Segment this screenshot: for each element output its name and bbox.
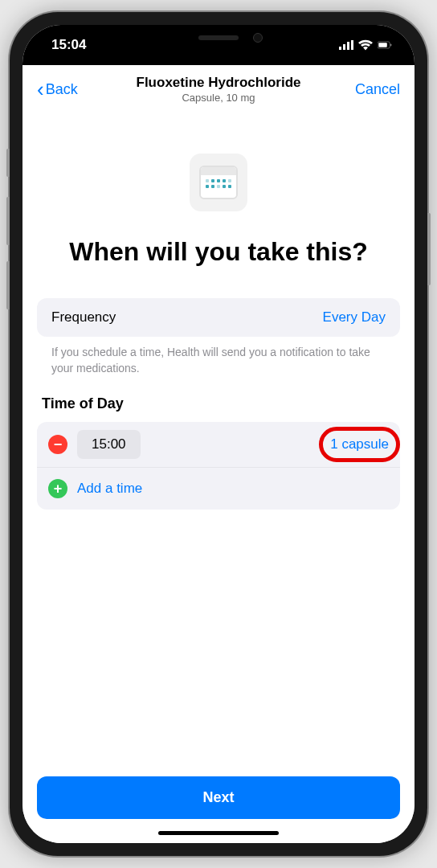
- mute-switch: [6, 149, 10, 177]
- nav-header: ‹ Back Fluoxetine Hydrochloride Capsule,…: [22, 65, 415, 113]
- add-time-label: Add a time: [77, 476, 142, 502]
- plus-icon: +: [54, 481, 63, 496]
- time-of-day-section: − 15:00 1 capsule + Add a time: [37, 422, 400, 510]
- header-center: Fluoxetine Hydrochloride Capsule, 10 mg: [101, 75, 336, 104]
- screen: 15:04 ‹ Back Fluoxetine Hydrochloride Ca…: [22, 25, 415, 843]
- dose-label: 1 capsule: [330, 436, 389, 452]
- phone-inner: 15:04 ‹ Back Fluoxetine Hydrochloride Ca…: [22, 25, 415, 843]
- cellular-icon: [339, 39, 353, 51]
- main-heading: When will you take this?: [37, 235, 400, 298]
- frequency-label: Frequency: [51, 309, 116, 326]
- svg-rect-2: [347, 42, 349, 50]
- time-input[interactable]: 15:00: [77, 430, 141, 459]
- phone-frame: 15:04 ‹ Back Fluoxetine Hydrochloride Ca…: [10, 12, 427, 856]
- remove-time-button[interactable]: −: [48, 435, 67, 454]
- svg-rect-3: [351, 40, 353, 50]
- back-label: Back: [46, 81, 78, 98]
- volume-down-button: [6, 261, 10, 309]
- frequency-section: Frequency Every Day: [37, 298, 400, 337]
- svg-rect-6: [390, 44, 391, 47]
- front-camera-icon: [253, 33, 263, 43]
- frequency-row[interactable]: Frequency Every Day: [37, 298, 400, 337]
- cancel-button[interactable]: Cancel: [336, 81, 400, 98]
- add-time-button[interactable]: +: [48, 479, 67, 498]
- time-row: − 15:00 1 capsule: [37, 422, 400, 468]
- minus-icon: −: [54, 437, 63, 452]
- notch: [134, 25, 303, 51]
- add-time-row[interactable]: + Add a time: [37, 468, 400, 510]
- frequency-value: Every Day: [323, 309, 386, 326]
- schedule-info-text: If you schedule a time, Health will send…: [37, 337, 400, 395]
- status-icons: [339, 39, 392, 51]
- battery-icon: [378, 39, 392, 51]
- svg-rect-1: [343, 44, 345, 50]
- back-button[interactable]: ‹ Back: [37, 79, 101, 100]
- time-of-day-title: Time of Day: [37, 395, 400, 422]
- svg-rect-5: [378, 43, 386, 47]
- dose-button[interactable]: 1 capsule: [330, 436, 389, 452]
- calendar-icon: [190, 154, 247, 211]
- power-button: [427, 213, 431, 285]
- page-subtitle: Capsule, 10 mg: [101, 92, 336, 104]
- home-indicator[interactable]: [158, 831, 279, 835]
- hero-icon-container: [37, 113, 400, 235]
- speaker-icon: [198, 35, 239, 40]
- main-content: When will you take this? Frequency Every…: [22, 113, 415, 843]
- status-time: 15:04: [51, 37, 86, 53]
- page-title: Fluoxetine Hydrochloride: [101, 75, 336, 91]
- wifi-icon: [358, 39, 373, 51]
- volume-up-button: [6, 197, 10, 245]
- next-button[interactable]: Next: [37, 776, 400, 819]
- chevron-left-icon: ‹: [37, 79, 44, 100]
- svg-rect-0: [339, 47, 341, 50]
